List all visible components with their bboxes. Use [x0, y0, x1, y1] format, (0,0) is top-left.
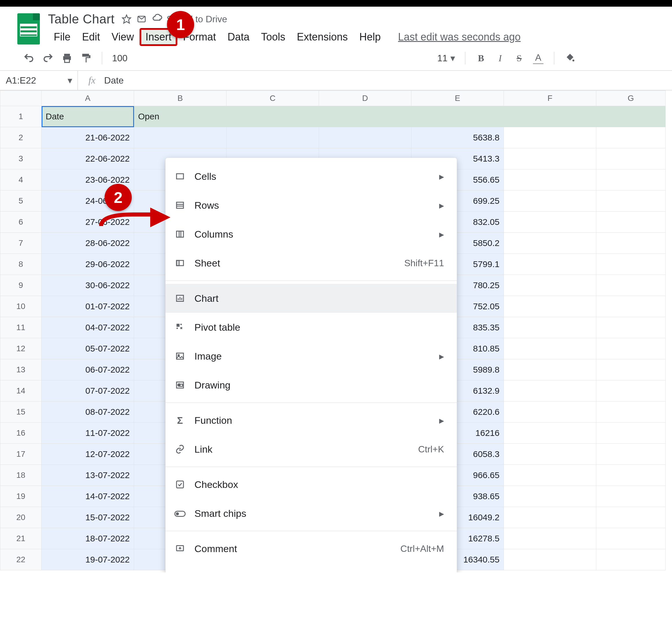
menu-extensions[interactable]: Extensions: [291, 28, 354, 46]
col-header-g[interactable]: G: [596, 91, 666, 106]
redo-icon[interactable]: [42, 52, 54, 64]
doc-title[interactable]: Table Chart: [48, 12, 115, 26]
insert-comment[interactable]: CommentCtrl+Alt+M: [166, 534, 457, 563]
cell[interactable]: 01-07-2022: [42, 296, 134, 317]
italic-button[interactable]: I: [494, 52, 506, 64]
cell[interactable]: [596, 465, 666, 486]
zoom-dropdown[interactable]: 100: [112, 53, 128, 64]
cell[interactable]: 12-07-2022: [42, 444, 134, 465]
menu-help[interactable]: Help: [354, 28, 386, 46]
menu-view[interactable]: View: [106, 28, 140, 46]
cell[interactable]: [504, 444, 596, 465]
row-header[interactable]: 21: [0, 528, 42, 549]
cell[interactable]: [504, 106, 596, 127]
bold-button[interactable]: B: [475, 52, 487, 64]
last-edit-link[interactable]: Last edit was seconds ago: [398, 31, 521, 43]
cell[interactable]: [504, 169, 596, 191]
row-header[interactable]: 18: [0, 465, 42, 486]
col-header-a[interactable]: A: [42, 91, 134, 106]
name-box[interactable]: A1:E22▾: [0, 71, 78, 90]
row-header[interactable]: 1: [0, 106, 42, 127]
cell[interactable]: [504, 296, 596, 317]
undo-icon[interactable]: [23, 52, 35, 64]
col-header-e[interactable]: E: [411, 91, 504, 106]
cell[interactable]: [596, 191, 666, 211]
fontsize-dropdown[interactable]: 11▾: [437, 53, 455, 64]
cell[interactable]: [504, 507, 596, 528]
insert-pivot[interactable]: Pivot table: [166, 313, 457, 342]
cell[interactable]: [596, 549, 666, 570]
insert-chart[interactable]: Chart: [166, 284, 457, 313]
cell[interactable]: [504, 549, 596, 570]
insert-rows[interactable]: Rows▸: [166, 191, 457, 220]
row-header[interactable]: 2: [0, 127, 42, 148]
row-header[interactable]: 13: [0, 359, 42, 381]
cell[interactable]: [319, 106, 411, 127]
row-header[interactable]: 19: [0, 486, 42, 507]
cell[interactable]: [226, 127, 319, 148]
cell[interactable]: [596, 528, 666, 549]
table-row[interactable]: 221-06-20225638.8: [0, 127, 666, 148]
insert-smartchips[interactable]: Smart chips▸: [166, 499, 457, 528]
cell[interactable]: [504, 338, 596, 359]
row-header[interactable]: 12: [0, 338, 42, 359]
cell[interactable]: [596, 211, 666, 233]
cell[interactable]: [596, 423, 666, 444]
insert-image[interactable]: Image▸: [166, 342, 457, 371]
cell[interactable]: [596, 169, 666, 191]
cell[interactable]: [504, 275, 596, 296]
cell[interactable]: [596, 127, 666, 148]
row-header[interactable]: 14: [0, 381, 42, 401]
cell[interactable]: [504, 233, 596, 254]
cell[interactable]: [504, 486, 596, 507]
cell[interactable]: [226, 106, 319, 127]
menu-data[interactable]: Data: [222, 28, 255, 46]
insert-link[interactable]: LinkCtrl+K: [166, 435, 457, 464]
menu-tools[interactable]: Tools: [255, 28, 291, 46]
row-header[interactable]: 5: [0, 191, 42, 211]
move-icon[interactable]: [137, 14, 146, 24]
cell[interactable]: [504, 359, 596, 381]
row-header[interactable]: 15: [0, 401, 42, 423]
menu-edit[interactable]: Edit: [76, 28, 106, 46]
cell[interactable]: 22-06-2022: [42, 148, 134, 169]
cell[interactable]: 19-07-2022: [42, 549, 134, 570]
cell[interactable]: [596, 359, 666, 381]
row-header[interactable]: 16: [0, 423, 42, 444]
cell[interactable]: [319, 127, 411, 148]
cell[interactable]: [504, 191, 596, 211]
cell[interactable]: [596, 381, 666, 401]
insert-checkbox[interactable]: Checkbox: [166, 470, 457, 499]
cell[interactable]: 11-07-2022: [42, 423, 134, 444]
row-header[interactable]: 22: [0, 549, 42, 570]
cell[interactable]: [596, 296, 666, 317]
cell[interactable]: [504, 148, 596, 169]
cell[interactable]: [596, 338, 666, 359]
cell[interactable]: [411, 106, 504, 127]
col-header-d[interactable]: D: [319, 91, 411, 106]
cell[interactable]: [504, 528, 596, 549]
row-header[interactable]: 10: [0, 296, 42, 317]
row-header[interactable]: 17: [0, 444, 42, 465]
cell[interactable]: [596, 275, 666, 296]
insert-drawing[interactable]: Drawing: [166, 371, 457, 399]
cell[interactable]: 30-06-2022: [42, 275, 134, 296]
cell[interactable]: 5638.8: [411, 127, 504, 148]
cell[interactable]: [504, 211, 596, 233]
cell[interactable]: [504, 317, 596, 338]
cell[interactable]: [596, 444, 666, 465]
table-row[interactable]: 1DateOpen: [0, 106, 666, 127]
textcolor-button[interactable]: A: [532, 52, 544, 64]
cell[interactable]: 07-07-2022: [42, 381, 134, 401]
cell[interactable]: 14-07-2022: [42, 486, 134, 507]
cell[interactable]: 05-07-2022: [42, 338, 134, 359]
print-icon[interactable]: [61, 52, 73, 64]
insert-cells[interactable]: Cells▸: [166, 162, 457, 191]
select-all-corner[interactable]: [0, 91, 42, 106]
row-header[interactable]: 8: [0, 254, 42, 275]
cell[interactable]: 15-07-2022: [42, 507, 134, 528]
sheets-logo-icon[interactable]: [17, 13, 40, 44]
cell[interactable]: [596, 148, 666, 169]
cell[interactable]: 04-07-2022: [42, 317, 134, 338]
cell[interactable]: [504, 254, 596, 275]
